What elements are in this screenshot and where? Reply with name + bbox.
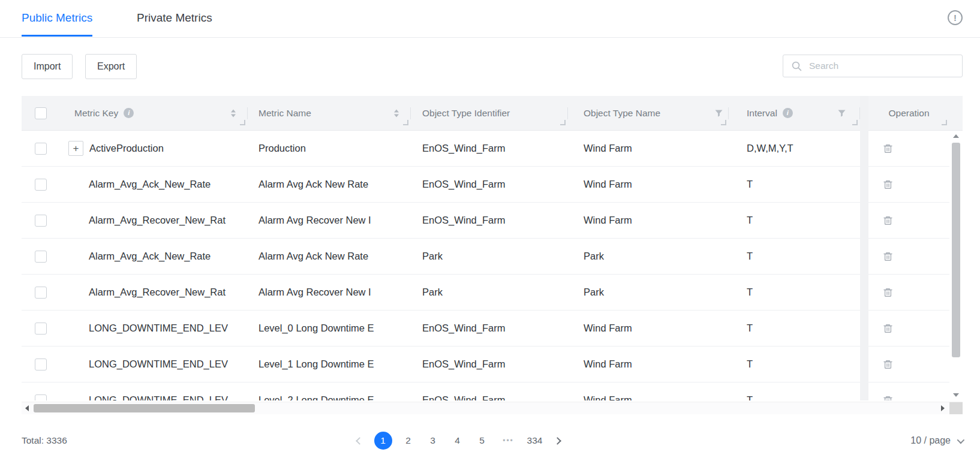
delete-button[interactable] <box>883 359 893 370</box>
delete-icon <box>883 219 893 228</box>
vertical-scrollbar[interactable] <box>949 131 963 400</box>
row-checkbox[interactable] <box>35 287 47 299</box>
scroll-up-button[interactable] <box>949 131 963 141</box>
metric-key-cell: Alarm_Avg_Recover_New_Rat <box>60 275 248 310</box>
metric-key-value: LONG_DOWNTIME_END_LEV <box>89 394 228 400</box>
metric-key-cell: LONG_DOWNTIME_END_LEV <box>60 382 248 400</box>
column-header-object-type-identifier: Object Type Identifier <box>411 96 568 130</box>
column-label: Operation <box>888 108 929 119</box>
object-type-name-cell: Wind Farm <box>568 167 729 202</box>
metrics-page: Public Metrics Private Metrics ! Import … <box>0 0 980 473</box>
page-button-3[interactable]: 3 <box>425 432 441 450</box>
table-header-row: Metric Key i Metric Name Object Type Ide… <box>22 96 963 131</box>
row-checkbox[interactable] <box>35 215 47 227</box>
column-label: Metric Key <box>74 108 118 119</box>
exclamation-circle-icon[interactable]: ! <box>948 10 963 25</box>
table-row: LONG_DOWNTIME_END_LEVLevel_0 Long Downti… <box>22 311 963 347</box>
column-label: Object Type Name <box>584 108 660 119</box>
vertical-scrollbar-thumb[interactable] <box>952 143 960 357</box>
row-checkbox[interactable] <box>35 323 47 335</box>
chevron-right-icon <box>554 437 561 445</box>
page-button-1[interactable]: 1 <box>374 432 392 450</box>
row-checkbox[interactable] <box>35 143 47 155</box>
expand-row-button[interactable]: + <box>68 141 83 156</box>
interval-cell: T <box>729 275 860 310</box>
metric-key-cell: Alarm_Avg_Recover_New_Rat <box>60 203 248 238</box>
delete-button[interactable] <box>883 215 893 226</box>
operation-cell <box>868 275 949 310</box>
scroll-right-button[interactable] <box>937 402 948 414</box>
row-select-cell <box>22 131 60 166</box>
row-select-cell <box>22 239 60 274</box>
page-ellipsis[interactable]: ••• <box>498 432 519 450</box>
chevron-down-icon <box>957 436 965 444</box>
sort-asc-icon[interactable] <box>394 109 399 112</box>
column-resize-handle[interactable] <box>403 120 408 125</box>
page-button-4[interactable]: 4 <box>449 432 466 450</box>
row-checkbox[interactable] <box>35 358 47 370</box>
table-row: +ActiveProductionProductionEnOS_Wind_Far… <box>22 131 963 167</box>
tab-public-metrics[interactable]: Public Metrics <box>22 0 92 37</box>
column-resize-handle[interactable] <box>852 120 858 125</box>
column-resize-handle[interactable] <box>942 120 947 125</box>
row-select-cell <box>22 167 60 202</box>
search-input[interactable] <box>808 60 962 72</box>
row-select-cell <box>22 347 60 382</box>
sort-asc-icon[interactable] <box>231 109 236 112</box>
operation-cell <box>868 311 949 346</box>
column-resize-handle[interactable] <box>240 120 245 125</box>
page-button-5[interactable]: 5 <box>474 432 491 450</box>
info-icon[interactable]: i <box>124 108 134 118</box>
chevron-left-icon <box>356 437 363 445</box>
row-checkbox[interactable] <box>35 251 47 263</box>
delete-button[interactable] <box>883 395 893 401</box>
delete-icon <box>883 291 893 300</box>
metric-name-cell: Level_1 Long Downtime E <box>248 347 411 382</box>
sort-control[interactable] <box>231 109 236 117</box>
interval-cell: D,W,M,Y,T <box>729 131 860 166</box>
tab-private-metrics[interactable]: Private Metrics <box>137 0 212 37</box>
prev-page-button[interactable] <box>353 432 366 450</box>
metrics-table: Metric Key i Metric Name Object Type Ide… <box>22 96 963 414</box>
page-button-2[interactable]: 2 <box>400 432 417 450</box>
delete-button[interactable] <box>883 323 893 334</box>
page-size-select[interactable]: 10 / page <box>910 435 963 446</box>
column-label: Object Type Identifier <box>422 108 510 119</box>
search-box[interactable] <box>783 55 963 77</box>
sort-desc-icon[interactable] <box>394 114 399 117</box>
delete-button[interactable] <box>883 179 893 190</box>
sort-control[interactable] <box>394 109 399 117</box>
export-button[interactable]: Export <box>85 54 137 79</box>
row-checkbox[interactable] <box>35 394 47 401</box>
row-checkbox[interactable] <box>35 179 47 191</box>
delete-button[interactable] <box>883 287 893 298</box>
column-header-metric-name[interactable]: Metric Name <box>248 96 411 130</box>
column-header-object-type-name: Object Type Name <box>568 96 729 130</box>
delete-icon <box>883 399 893 401</box>
metric-name-cell: Alarm Avg Ack New Rate <box>248 167 411 202</box>
scroll-left-button[interactable] <box>22 402 32 414</box>
tab-bar: Public Metrics Private Metrics ! <box>0 0 980 38</box>
delete-button[interactable] <box>883 143 893 154</box>
scroll-down-button[interactable] <box>949 390 963 400</box>
column-resize-handle[interactable] <box>560 120 566 125</box>
metric-name-cell: Alarm Avg Recover New I <box>248 275 411 310</box>
page-button-334[interactable]: 334 <box>527 432 543 450</box>
metric-key-value: Alarm_Avg_Recover_New_Rat <box>89 287 226 298</box>
column-resize-handle[interactable] <box>721 120 726 125</box>
total-count-label: Total: 3336 <box>22 435 67 446</box>
row-select-cell <box>22 275 60 310</box>
import-button[interactable]: Import <box>22 54 73 79</box>
info-icon[interactable]: i <box>783 108 793 118</box>
filter-icon[interactable] <box>838 110 846 117</box>
horizontal-scrollbar-thumb[interactable] <box>34 404 255 412</box>
column-header-metric-key[interactable]: Metric Key i <box>60 96 248 130</box>
horizontal-scrollbar[interactable] <box>22 402 963 414</box>
filter-icon[interactable] <box>715 110 723 117</box>
next-page-button[interactable] <box>551 432 564 450</box>
delete-button[interactable] <box>883 251 893 262</box>
sort-desc-icon[interactable] <box>231 114 236 117</box>
table-row: LONG_DOWNTIME_END_LEVLevel_2 Long Downti… <box>22 382 963 400</box>
select-all-checkbox[interactable] <box>35 107 47 119</box>
object-type-identifier-cell: Park <box>411 239 568 274</box>
